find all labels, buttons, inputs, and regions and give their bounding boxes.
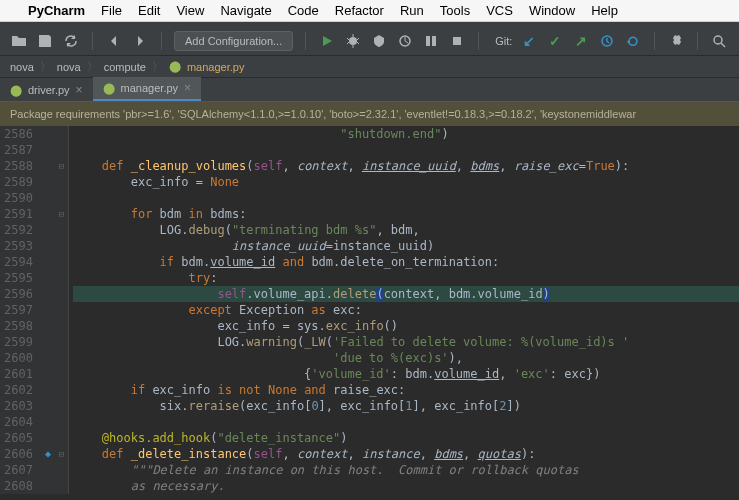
chevron-right-icon: 〉 bbox=[40, 59, 51, 74]
editor-tabs: ⬤ driver.py × ⬤ manager.py × bbox=[0, 78, 739, 102]
code-area[interactable]: "shutdown.end") def _cleanup_volumes(sel… bbox=[69, 126, 739, 494]
mac-menubar: PyCharm File Edit View Navigate Code Ref… bbox=[0, 0, 739, 22]
open-icon[interactable] bbox=[10, 32, 28, 50]
git-update-icon[interactable]: ↙ bbox=[520, 32, 538, 50]
python-file-icon: ⬤ bbox=[169, 60, 181, 73]
concurrency-icon[interactable] bbox=[422, 32, 440, 50]
settings-icon[interactable] bbox=[667, 32, 685, 50]
close-icon[interactable]: × bbox=[184, 81, 191, 95]
menu-tools[interactable]: Tools bbox=[440, 3, 470, 18]
breadcrumb-item[interactable]: compute bbox=[104, 61, 146, 73]
refresh-icon[interactable] bbox=[62, 32, 80, 50]
menu-vcs[interactable]: VCS bbox=[486, 3, 513, 18]
python-file-icon: ⬤ bbox=[10, 84, 22, 97]
tab-label: manager.py bbox=[121, 82, 178, 94]
back-icon[interactable] bbox=[105, 32, 123, 50]
git-history-icon[interactable] bbox=[598, 32, 616, 50]
toolbar-separator bbox=[305, 32, 306, 50]
bookmark-gutter[interactable]: ◆ bbox=[41, 126, 55, 494]
chevron-right-icon: 〉 bbox=[152, 59, 163, 74]
menu-view[interactable]: View bbox=[176, 3, 204, 18]
svg-rect-2 bbox=[426, 36, 430, 46]
git-revert-icon[interactable] bbox=[624, 32, 642, 50]
breadcrumb: nova 〉 nova 〉 compute 〉 ⬤ manager.py bbox=[0, 56, 739, 78]
breadcrumb-item[interactable]: manager.py bbox=[187, 61, 244, 73]
python-file-icon: ⬤ bbox=[103, 82, 115, 95]
search-icon[interactable] bbox=[710, 32, 728, 50]
svg-point-6 bbox=[714, 36, 722, 44]
chevron-right-icon: 〉 bbox=[87, 59, 98, 74]
svg-rect-3 bbox=[432, 36, 436, 46]
menu-help[interactable]: Help bbox=[591, 3, 618, 18]
tab-manager[interactable]: ⬤ manager.py × bbox=[93, 77, 202, 101]
run-icon[interactable] bbox=[318, 32, 336, 50]
tab-label: driver.py bbox=[28, 84, 70, 96]
git-label: Git: bbox=[495, 35, 512, 47]
main-toolbar: Add Configuration... Git: ↙ ✓ ↗ bbox=[0, 26, 739, 56]
add-configuration-button[interactable]: Add Configuration... bbox=[174, 31, 293, 51]
fold-gutter[interactable]: ⊟⊟⊟ bbox=[55, 126, 69, 494]
breadcrumb-item[interactable]: nova bbox=[10, 61, 34, 73]
toolbar-separator bbox=[654, 32, 655, 50]
coverage-icon[interactable] bbox=[370, 32, 388, 50]
stop-icon[interactable] bbox=[448, 32, 466, 50]
breadcrumb-item[interactable]: nova bbox=[57, 61, 81, 73]
menu-navigate[interactable]: Navigate bbox=[220, 3, 271, 18]
toolbar-separator bbox=[92, 32, 93, 50]
toolbar-separator bbox=[478, 32, 479, 50]
tab-driver[interactable]: ⬤ driver.py × bbox=[0, 79, 93, 101]
profile-icon[interactable] bbox=[396, 32, 414, 50]
menu-run[interactable]: Run bbox=[400, 3, 424, 18]
code-editor[interactable]: 2586258725882589259025912592259325942595… bbox=[0, 126, 739, 494]
git-commit-icon[interactable]: ✓ bbox=[546, 32, 564, 50]
toolbar-separator bbox=[697, 32, 698, 50]
svg-point-0 bbox=[349, 37, 357, 45]
menu-refactor[interactable]: Refactor bbox=[335, 3, 384, 18]
git-push-icon[interactable]: ↗ bbox=[572, 32, 590, 50]
menu-code[interactable]: Code bbox=[288, 3, 319, 18]
menu-window[interactable]: Window bbox=[529, 3, 575, 18]
requirements-banner[interactable]: Package requirements 'pbr>=1.6', 'SQLAlc… bbox=[0, 102, 739, 126]
app-name[interactable]: PyCharm bbox=[28, 3, 85, 18]
forward-icon[interactable] bbox=[131, 32, 149, 50]
save-icon[interactable] bbox=[36, 32, 54, 50]
close-icon[interactable]: × bbox=[76, 83, 83, 97]
line-number-gutter: 2586258725882589259025912592259325942595… bbox=[0, 126, 41, 494]
toolbar-separator bbox=[161, 32, 162, 50]
debug-icon[interactable] bbox=[344, 32, 362, 50]
menu-edit[interactable]: Edit bbox=[138, 3, 160, 18]
svg-rect-4 bbox=[453, 37, 461, 45]
menu-file[interactable]: File bbox=[101, 3, 122, 18]
